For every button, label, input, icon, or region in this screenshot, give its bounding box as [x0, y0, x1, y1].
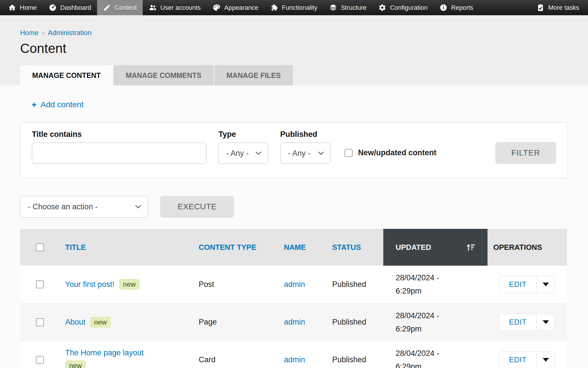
new-updated-label: New/updated content [358, 148, 436, 157]
nav-label: More tasks [548, 4, 579, 12]
updated-cell: 28/04/2024 - 6:29pm [396, 271, 457, 298]
nav-item-home[interactable]: Home [2, 0, 43, 15]
content-table: TITLE CONTENT TYPE NAME STATUS UPDATED O… [20, 229, 567, 368]
action-select[interactable]: - Choose an action - [20, 196, 148, 218]
row-checkbox[interactable] [36, 356, 44, 364]
nav-item-structure[interactable]: Structure [323, 0, 372, 15]
new-badge: new [65, 360, 86, 368]
sort-updated-header[interactable]: UPDATED [396, 241, 488, 254]
nav-label: Content [115, 4, 137, 12]
table-row: Your first post! new Post admin Publishe… [20, 266, 567, 303]
breadcrumb-home-link[interactable]: Home [20, 29, 38, 37]
nav-item-user-accounts[interactable]: User accounts [143, 0, 207, 15]
puzzle-icon [270, 4, 278, 12]
new-badge: new [90, 317, 111, 328]
tab-manage-content[interactable]: MANAGE CONTENT [20, 65, 113, 85]
dashboard-icon [49, 4, 57, 12]
author-link[interactable]: admin [284, 355, 305, 364]
author-link[interactable]: admin [284, 280, 305, 289]
page-header: Home › Administration Content MANAGE CON… [0, 15, 588, 85]
row-title-link[interactable]: The Home page layout [65, 348, 144, 357]
filter-panel: Title contains Type - Any - Published - … [20, 122, 568, 178]
new-badge: new [119, 279, 140, 290]
edit-dropdown-toggle[interactable] [536, 276, 555, 293]
content-type-cell: Post [193, 266, 278, 303]
edit-button[interactable]: EDIT [499, 314, 536, 331]
breadcrumb-administration-link[interactable]: Administration [48, 29, 92, 37]
nav-item-functionality[interactable]: Functionality [264, 0, 324, 15]
status-cell: Published [326, 303, 383, 341]
execute-button[interactable]: EXECUTE [160, 196, 234, 218]
type-select[interactable]: - Any - [218, 143, 268, 164]
edit-split-button: EDIT [499, 276, 555, 293]
bulk-action-row: - Choose an action - EXECUTE [20, 196, 568, 218]
published-field: Published - Any - [280, 130, 331, 164]
info-icon [440, 4, 447, 12]
table-row: The Home page layout new Card admin Publ… [20, 341, 567, 368]
new-updated-checkbox[interactable] [345, 149, 353, 157]
breadcrumb-separator: › [42, 29, 45, 37]
edit-button[interactable]: EDIT [499, 352, 536, 368]
nav-label: Functionality [282, 4, 318, 12]
content-type-cell: Page [193, 303, 278, 341]
filter-button[interactable]: FILTER [495, 142, 556, 164]
sort-content-type-header[interactable]: CONTENT TYPE [199, 243, 256, 252]
type-label: Type [218, 130, 268, 139]
page-title: Content [20, 41, 568, 56]
nav-item-more-tasks[interactable]: More tasks [531, 0, 585, 15]
home-icon [8, 4, 16, 12]
edit-split-button: EDIT [499, 314, 555, 331]
table-header-row: TITLE CONTENT TYPE NAME STATUS UPDATED O… [20, 229, 567, 266]
new-updated-group: New/updated content [345, 148, 436, 157]
published-label: Published [280, 130, 331, 139]
nav-item-dashboard[interactable]: Dashboard [43, 0, 97, 15]
nav-item-content[interactable]: Content [97, 0, 143, 15]
add-content-link[interactable]: + Add content [32, 100, 84, 110]
published-select[interactable]: - Any - [280, 143, 331, 164]
title-contains-input[interactable] [32, 143, 206, 164]
row-title-link[interactable]: About [65, 318, 86, 327]
author-link[interactable]: admin [284, 318, 305, 326]
nav-item-appearance[interactable]: Appearance [207, 0, 264, 15]
sort-name-header[interactable]: NAME [284, 243, 306, 252]
title-contains-label: Title contains [32, 130, 206, 139]
palette-icon [213, 4, 220, 12]
nav-item-reports[interactable]: Reports [434, 0, 479, 15]
clipboard-check-icon [537, 4, 544, 12]
published-select-value: - Any - [288, 149, 310, 158]
type-select-value: - Any - [226, 149, 249, 158]
nav-label: Home [20, 4, 37, 12]
caret-down-icon [543, 283, 549, 286]
main-content: + Add content Title contains Type - Any … [0, 85, 588, 368]
edit-button[interactable]: EDIT [499, 276, 536, 293]
chevron-down-icon [255, 151, 262, 155]
nav-label: Dashboard [60, 4, 91, 12]
chevron-down-icon [318, 151, 324, 155]
row-checkbox[interactable] [36, 280, 44, 288]
users-icon [149, 4, 156, 12]
action-select-value: - Choose an action - [28, 202, 98, 211]
nav-item-configuration[interactable]: Configuration [372, 0, 434, 15]
content-type-cell: Card [193, 341, 278, 368]
edit-dropdown-toggle[interactable] [536, 314, 555, 331]
sort-title-header[interactable]: TITLE [65, 243, 86, 252]
pencil-icon [103, 4, 111, 12]
select-all-checkbox[interactable] [36, 243, 44, 251]
add-content-label: Add content [41, 100, 84, 109]
row-checkbox[interactable] [36, 318, 44, 326]
edit-dropdown-toggle[interactable] [536, 352, 555, 368]
tab-manage-comments[interactable]: MANAGE COMMENTS [114, 65, 214, 85]
tab-manage-files[interactable]: MANAGE FILES [214, 65, 293, 85]
type-field: Type - Any - [218, 130, 268, 164]
row-title-link[interactable]: Your first post! [65, 280, 115, 289]
nav-label: Reports [451, 4, 473, 12]
operations-header: OPERATIONS [488, 229, 567, 266]
status-cell: Published [326, 341, 383, 368]
status-cell: Published [326, 266, 383, 303]
caret-down-icon [543, 358, 549, 362]
layers-icon [329, 4, 337, 12]
gear-icon [378, 4, 386, 12]
table-row: About new Page admin Published 28/04/202… [20, 303, 567, 341]
sort-status-header[interactable]: STATUS [332, 243, 361, 252]
updated-header-label: UPDATED [396, 241, 431, 254]
